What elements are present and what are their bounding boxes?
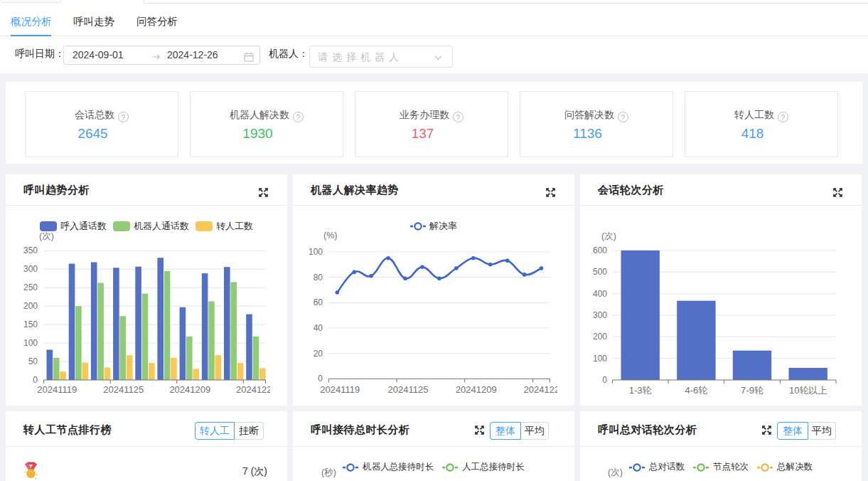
svg-text:80: 80 — [314, 273, 323, 282]
svg-text:300: 300 — [593, 310, 607, 320]
svg-text:100: 100 — [593, 354, 607, 364]
svg-text:20241119: 20241119 — [320, 384, 360, 395]
svg-text:400: 400 — [593, 289, 607, 299]
svg-text:20241209: 20241209 — [169, 384, 210, 395]
svg-text:100: 100 — [309, 247, 323, 257]
svg-text:20241222: 20241222 — [524, 384, 557, 395]
svg-text:20241125: 20241125 — [388, 384, 429, 395]
svg-text:7-9轮: 7-9轮 — [741, 385, 763, 396]
svg-text:10轮以上: 10轮以上 — [789, 385, 827, 396]
svg-text:0: 0 — [33, 375, 38, 385]
svg-text:200: 200 — [593, 332, 607, 342]
svg-text:4-6轮: 4-6轮 — [685, 385, 708, 396]
svg-text:100: 100 — [23, 338, 38, 348]
svg-text:20: 20 — [314, 349, 323, 359]
svg-text:600: 600 — [593, 245, 607, 255]
svg-text:20241222: 20241222 — [236, 384, 270, 395]
svg-text:20241209: 20241209 — [456, 384, 497, 395]
svg-text:0: 0 — [318, 374, 323, 384]
svg-text:1-3轮: 1-3轮 — [629, 385, 652, 396]
svg-text:500: 500 — [593, 267, 607, 277]
svg-text:60: 60 — [314, 297, 323, 307]
svg-text:40: 40 — [314, 323, 323, 333]
svg-text:300: 300 — [23, 264, 38, 274]
svg-text:20241119: 20241119 — [37, 384, 77, 395]
svg-text:150: 150 — [23, 319, 38, 329]
svg-text:20241125: 20241125 — [103, 384, 144, 395]
svg-text:200: 200 — [23, 301, 38, 311]
svg-text:50: 50 — [28, 356, 38, 366]
svg-text:350: 350 — [23, 245, 38, 255]
svg-text:0: 0 — [602, 375, 607, 385]
svg-text:250: 250 — [23, 282, 38, 292]
